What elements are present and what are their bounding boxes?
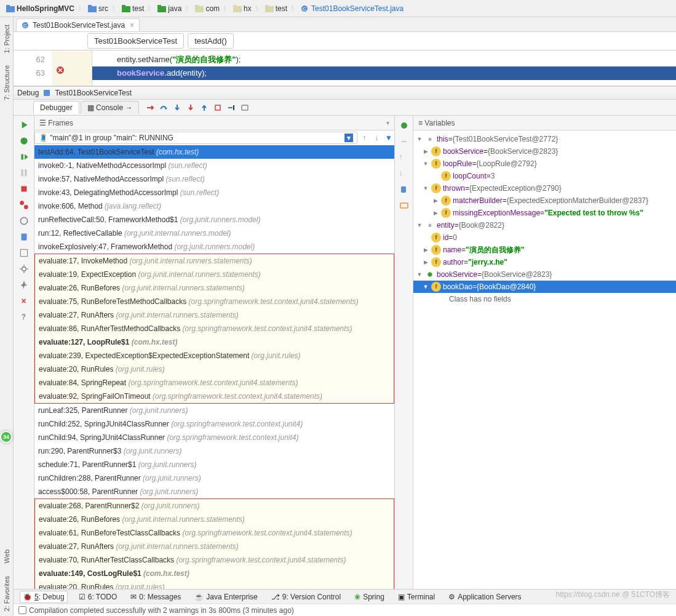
- run-to-cursor-icon[interactable]: [226, 103, 236, 113]
- stack-frame[interactable]: runChildren:288, ParentRunner (org.junit…: [34, 471, 394, 485]
- drop-frame-icon[interactable]: [213, 103, 223, 113]
- step-into-icon[interactable]: [172, 103, 182, 113]
- prev-frame-icon[interactable]: ↑: [359, 132, 370, 143]
- method-selector[interactable]: testAdd(): [188, 33, 234, 49]
- copy-icon[interactable]: [399, 185, 409, 194]
- stack-frame[interactable]: runReflectiveCall:50, FrameworkMethod$1 …: [34, 213, 394, 226]
- restore-layout-icon[interactable]: [18, 247, 30, 258]
- stack-frame[interactable]: runChild:252, SpringJUnit4ClassRunner (o…: [34, 417, 394, 431]
- breadcrumb-src[interactable]: src: [85, 3, 111, 14]
- stack-frame[interactable]: evaluate:61, RunBeforeTestClassCallbacks…: [35, 526, 394, 540]
- new-watch-icon[interactable]: [399, 121, 409, 130]
- breadcrumb-file[interactable]: CTest01BookServiceTest.java: [298, 3, 406, 14]
- project-tool-tab[interactable]: 1: Project: [2, 20, 12, 58]
- stack-frame[interactable]: evaluate:27, RunAfters (org.junit.intern…: [35, 308, 394, 322]
- rerun-icon[interactable]: [18, 119, 30, 130]
- step-over-icon[interactable]: [159, 103, 169, 113]
- debugger-tab[interactable]: Debugger: [33, 101, 79, 114]
- stack-frame[interactable]: invoke0:-1, NativeMethodAccessorImpl (su…: [34, 159, 394, 172]
- favorites-tool-tab[interactable]: 2: Favorites: [2, 571, 12, 616]
- status-checkbox[interactable]: [18, 606, 26, 614]
- var-id[interactable]: fid = 0: [413, 231, 676, 244]
- step-out-icon[interactable]: [199, 103, 209, 113]
- var-bookservice-local[interactable]: ⬢bookService = {BookService@2823}: [413, 268, 676, 281]
- settings-icon[interactable]: [18, 263, 30, 274]
- spring-toolwindow-button[interactable]: ❀Spring: [352, 591, 387, 602]
- get-thread-dump-icon[interactable]: [18, 231, 30, 242]
- pin-icon[interactable]: [18, 279, 30, 290]
- filter-frames-icon[interactable]: ▼: [383, 132, 394, 143]
- console-tab[interactable]: ▦ Console →: [81, 101, 140, 114]
- show-watches-icon[interactable]: [399, 201, 409, 210]
- breadcrumb-test[interactable]: test: [119, 3, 146, 14]
- breadcrumb-java[interactable]: java: [155, 3, 184, 14]
- stack-frame[interactable]: schedule:71, ParentRunner$1 (org.junit.r…: [34, 458, 394, 471]
- frames-list[interactable]: testAdd:64, Test01BookServiceTest (com.h…: [34, 145, 394, 589]
- stack-frame[interactable]: evaluate:70, RunAfterTestClassCallbacks …: [35, 553, 394, 567]
- appservers-toolwindow-button[interactable]: ⚙Application Servers: [446, 591, 523, 602]
- var-author[interactable]: fauthor = "jerry.x.he": [413, 256, 676, 268]
- pause-icon[interactable]: [18, 167, 30, 178]
- var-missingexception[interactable]: fmissingExceptionMessage = "Expected tes…: [413, 207, 676, 219]
- show-execution-point-icon[interactable]: [145, 103, 155, 113]
- stack-frame[interactable]: invoke:57, NativeMethodAccessorImpl (sun…: [34, 172, 394, 186]
- help-icon[interactable]: ?: [18, 311, 30, 322]
- stack-frame[interactable]: evaluate:84, SpringRepeat (org.springfra…: [35, 376, 394, 390]
- pane-menu-icon[interactable]: ▾: [386, 119, 389, 126]
- stack-frame[interactable]: evaluate:92, SpringFailOnTimeout (org.sp…: [35, 390, 394, 403]
- stack-frame[interactable]: runChild:94, SpringJUnit4ClassRunner (or…: [34, 431, 394, 444]
- stack-frame[interactable]: invoke:606, Method (java.lang.reflect): [34, 199, 394, 213]
- vcs-toolwindow-button[interactable]: ⎇9: Version Control: [269, 591, 343, 602]
- debug-toolwindow-button[interactable]: 🐞5: 5: DebugDebug: [20, 591, 68, 603]
- stack-frame[interactable]: evaluate:19, ExpectException (org.junit.…: [35, 268, 394, 281]
- dropdown-icon[interactable]: ▾: [344, 134, 353, 142]
- stack-frame[interactable]: evaluate:239, ExpectedException$Expected…: [35, 349, 394, 362]
- stack-frame[interactable]: evaluate:20, RunRules (org.junit.rules): [35, 362, 394, 376]
- remove-watch-icon[interactable]: [399, 137, 409, 146]
- editor[interactable]: 62 63 entity.setName("演员的自我修养"); bookSer…: [14, 50, 676, 86]
- var-this[interactable]: ≡this = {Test01BookServiceTest@2772}: [413, 133, 676, 145]
- stack-frame[interactable]: evaluate:127, LoopRule$1 (com.hx.test): [35, 335, 394, 349]
- next-frame-icon[interactable]: ↓: [371, 132, 382, 143]
- notification-badge[interactable]: 34: [0, 431, 12, 443]
- stack-frame[interactable]: evaluate:26, RunBefores (org.junit.inter…: [35, 513, 394, 526]
- stack-frame[interactable]: evaluate:27, RunAfters (org.junit.intern…: [35, 540, 394, 553]
- todo-toolwindow-button[interactable]: ☑6: TODO: [76, 591, 120, 602]
- var-loopcount[interactable]: floopCount = 3: [413, 170, 676, 182]
- stack-frame[interactable]: evaluate:86, RunAfterTestMethodCallbacks…: [35, 322, 394, 335]
- stack-frame[interactable]: runLeaf:325, ParentRunner (org.junit.run…: [34, 404, 394, 417]
- variables-tree[interactable]: ≡this = {Test01BookServiceTest@2772} fbo…: [413, 130, 676, 589]
- structure-tool-tab[interactable]: 7: Structure: [2, 60, 12, 105]
- stack-frame[interactable]: run:290, ParentRunner$3 (org.junit.runne…: [34, 444, 394, 458]
- stack-frame[interactable]: evaluate:26, RunBefores (org.junit.inter…: [35, 281, 394, 295]
- evaluate-expression-icon[interactable]: [240, 103, 250, 113]
- var-looprule[interactable]: floopRule = {LoopRule@2792}: [413, 158, 676, 170]
- stack-frame[interactable]: invokeExplosively:47, FrameworkMethod (o…: [34, 240, 394, 254]
- thread-selector[interactable]: 🧵 "main"@1 in group "main": RUNNING ▾: [34, 132, 357, 144]
- down-icon[interactable]: ↓: [399, 169, 409, 178]
- breadcrumb-test-pkg[interactable]: test: [263, 3, 290, 14]
- stack-frame[interactable]: evaluate:75, RunBeforeTestMethodCallback…: [35, 295, 394, 308]
- up-icon[interactable]: ↑: [399, 153, 409, 162]
- editor-tab[interactable]: C Test01BookServiceTest.java ×: [16, 18, 140, 31]
- web-tool-tab[interactable]: Web: [2, 545, 12, 568]
- var-entity[interactable]: ≡entity = {Book@2822}: [413, 219, 676, 231]
- mute-breakpoints-icon[interactable]: [18, 215, 30, 226]
- breadcrumb-project[interactable]: HelloSpringMVC: [4, 3, 77, 14]
- var-thrown[interactable]: fthrown = {ExpectedException@2790}: [413, 182, 676, 194]
- resume-icon[interactable]: [18, 151, 30, 162]
- var-bookdao[interactable]: fbookDao = {BookDao@2840}: [413, 281, 676, 293]
- stack-frame[interactable]: evaluate:17, InvokeMethod (org.junit.int…: [35, 254, 394, 268]
- view-breakpoints-icon[interactable]: [18, 199, 30, 210]
- messages-toolwindow-button[interactable]: ✉0: Messages: [128, 591, 183, 602]
- rerun-debug-icon[interactable]: [18, 135, 30, 146]
- stack-frame[interactable]: run:12, ReflectiveCallable (org.junit.in…: [34, 226, 394, 240]
- stack-frame[interactable]: testAdd:64, Test01BookServiceTest (com.h…: [34, 145, 394, 159]
- breadcrumb-com[interactable]: com: [193, 3, 222, 14]
- debug-config-icon[interactable]: [42, 89, 51, 97]
- close-debug-icon[interactable]: ×: [18, 295, 30, 306]
- breadcrumb-hx[interactable]: hx: [231, 3, 254, 14]
- var-bookservice[interactable]: fbookService = {BookService@2823}: [413, 145, 676, 158]
- class-selector[interactable]: Test01BookServiceTest: [87, 33, 184, 49]
- breakpoint-icon[interactable]: [55, 65, 65, 75]
